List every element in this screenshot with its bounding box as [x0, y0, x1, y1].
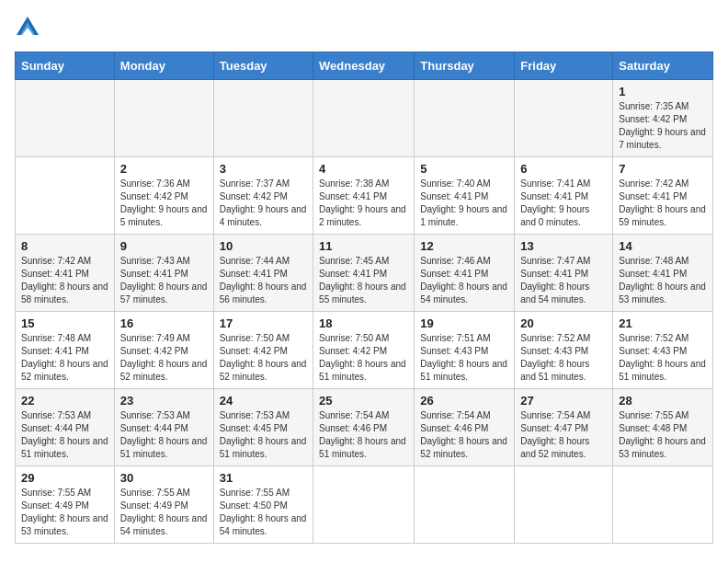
empty-cell — [114, 80, 213, 157]
calendar-day-5: 5Sunrise: 7:40 AMSunset: 4:41 PMDaylight… — [415, 157, 515, 235]
calendar-day-20: 20Sunrise: 7:52 AMSunset: 4:43 PMDayligh… — [515, 312, 613, 389]
calendar-day-10: 10Sunrise: 7:44 AMSunset: 4:41 PMDayligh… — [213, 235, 313, 312]
empty-cell — [613, 466, 713, 544]
calendar-day-6: 6Sunrise: 7:41 AMSunset: 4:41 PMDaylight… — [515, 157, 613, 235]
day-header-wednesday: Wednesday — [313, 52, 415, 80]
calendar-header-row: SundayMondayTuesdayWednesdayThursdayFrid… — [16, 52, 713, 80]
calendar-day-26: 26Sunrise: 7:54 AMSunset: 4:46 PMDayligh… — [415, 389, 515, 466]
calendar-day-23: 23Sunrise: 7:53 AMSunset: 4:44 PMDayligh… — [114, 389, 213, 466]
calendar-table: SundayMondayTuesdayWednesdayThursdayFrid… — [15, 52, 713, 544]
calendar-week-2: 2Sunrise: 7:36 AMSunset: 4:42 PMDaylight… — [16, 157, 713, 235]
calendar-day-19: 19Sunrise: 7:51 AMSunset: 4:43 PMDayligh… — [415, 312, 515, 389]
empty-cell — [16, 157, 115, 235]
calendar-week-5: 22Sunrise: 7:53 AMSunset: 4:44 PMDayligh… — [16, 389, 713, 466]
calendar-day-25: 25Sunrise: 7:54 AMSunset: 4:46 PMDayligh… — [313, 389, 415, 466]
calendar-day-22: 22Sunrise: 7:53 AMSunset: 4:44 PMDayligh… — [16, 389, 115, 466]
calendar-week-6: 29Sunrise: 7:55 AMSunset: 4:49 PMDayligh… — [16, 466, 713, 544]
calendar-day-27: 27Sunrise: 7:54 AMSunset: 4:47 PMDayligh… — [515, 389, 613, 466]
day-header-friday: Friday — [515, 52, 613, 80]
calendar-day-2: 2Sunrise: 7:36 AMSunset: 4:42 PMDaylight… — [114, 157, 213, 235]
calendar-day-11: 11Sunrise: 7:45 AMSunset: 4:41 PMDayligh… — [313, 235, 415, 312]
calendar-day-17: 17Sunrise: 7:50 AMSunset: 4:42 PMDayligh… — [213, 312, 313, 389]
page-header — [15, 15, 713, 40]
calendar-day-7: 7Sunrise: 7:42 AMSunset: 4:41 PMDaylight… — [613, 157, 713, 235]
calendar-day-9: 9Sunrise: 7:43 AMSunset: 4:41 PMDaylight… — [114, 235, 213, 312]
calendar-day-28: 28Sunrise: 7:55 AMSunset: 4:48 PMDayligh… — [613, 389, 713, 466]
calendar-day-4: 4Sunrise: 7:38 AMSunset: 4:41 PMDaylight… — [313, 157, 415, 235]
calendar-day-16: 16Sunrise: 7:49 AMSunset: 4:42 PMDayligh… — [114, 312, 213, 389]
calendar-day-8: 8Sunrise: 7:42 AMSunset: 4:41 PMDaylight… — [16, 235, 115, 312]
empty-cell — [415, 80, 515, 157]
calendar-day-13: 13Sunrise: 7:47 AMSunset: 4:41 PMDayligh… — [515, 235, 613, 312]
empty-cell — [515, 80, 613, 157]
day-header-sunday: Sunday — [16, 52, 115, 80]
calendar-week-4: 15Sunrise: 7:48 AMSunset: 4:41 PMDayligh… — [16, 312, 713, 389]
logo — [15, 15, 44, 40]
empty-cell — [313, 466, 415, 544]
calendar-day-18: 18Sunrise: 7:50 AMSunset: 4:42 PMDayligh… — [313, 312, 415, 389]
calendar-day-1: 1Sunrise: 7:35 AMSunset: 4:42 PMDaylight… — [613, 80, 713, 157]
empty-cell — [415, 466, 515, 544]
calendar-day-31: 31Sunrise: 7:55 AMSunset: 4:50 PMDayligh… — [213, 466, 313, 544]
calendar-day-21: 21Sunrise: 7:52 AMSunset: 4:43 PMDayligh… — [613, 312, 713, 389]
calendar-week-3: 8Sunrise: 7:42 AMSunset: 4:41 PMDaylight… — [16, 235, 713, 312]
empty-cell — [313, 80, 415, 157]
day-header-tuesday: Tuesday — [213, 52, 313, 80]
empty-cell — [515, 466, 613, 544]
empty-cell — [16, 80, 115, 157]
calendar-day-15: 15Sunrise: 7:48 AMSunset: 4:41 PMDayligh… — [16, 312, 115, 389]
day-header-thursday: Thursday — [415, 52, 515, 80]
calendar-day-24: 24Sunrise: 7:53 AMSunset: 4:45 PMDayligh… — [213, 389, 313, 466]
calendar-day-30: 30Sunrise: 7:55 AMSunset: 4:49 PMDayligh… — [114, 466, 213, 544]
empty-cell — [213, 80, 313, 157]
calendar-day-29: 29Sunrise: 7:55 AMSunset: 4:49 PMDayligh… — [16, 466, 115, 544]
calendar-day-12: 12Sunrise: 7:46 AMSunset: 4:41 PMDayligh… — [415, 235, 515, 312]
calendar-day-14: 14Sunrise: 7:48 AMSunset: 4:41 PMDayligh… — [613, 235, 713, 312]
calendar-week-1: 1Sunrise: 7:35 AMSunset: 4:42 PMDaylight… — [16, 80, 713, 157]
calendar-day-3: 3Sunrise: 7:37 AMSunset: 4:42 PMDaylight… — [213, 157, 313, 235]
day-header-monday: Monday — [114, 52, 213, 80]
day-header-saturday: Saturday — [613, 52, 713, 80]
logo-icon — [15, 15, 40, 40]
